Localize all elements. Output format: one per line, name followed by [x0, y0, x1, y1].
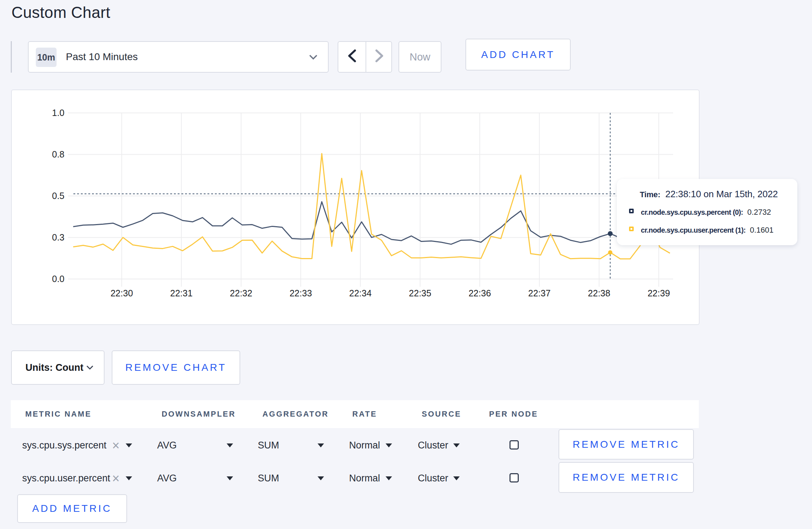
svg-text:0.0: 0.0 [52, 274, 64, 284]
svg-text:22:34: 22:34 [349, 288, 372, 298]
svg-text:22:32: 22:32 [230, 288, 252, 298]
svg-text:22:35: 22:35 [409, 288, 431, 298]
svg-text:22:38: 22:38 [588, 288, 610, 298]
svg-text:22:30: 22:30 [111, 288, 133, 298]
svg-text:0.8: 0.8 [52, 149, 64, 159]
svg-text:0.3: 0.3 [52, 232, 64, 242]
svg-text:22:33: 22:33 [290, 288, 312, 298]
svg-text:22:39: 22:39 [648, 288, 670, 298]
svg-text:22:36: 22:36 [469, 288, 491, 298]
svg-text:1.0: 1.0 [52, 108, 64, 118]
svg-text:22:37: 22:37 [528, 288, 551, 298]
svg-text:0.5: 0.5 [52, 191, 64, 201]
svg-text:22:31: 22:31 [170, 288, 193, 298]
